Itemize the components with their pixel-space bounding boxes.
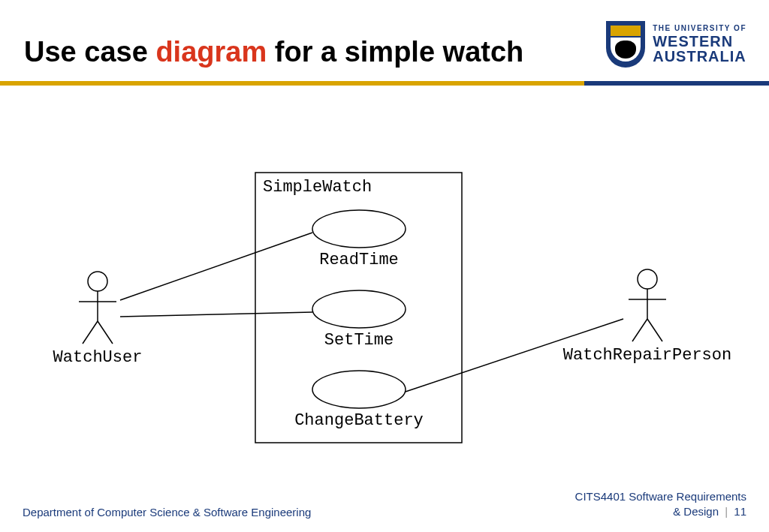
logo-text: THE UNIVERSITY OF WESTERN AUSTRALIA xyxy=(653,25,746,64)
footer-tail: & Design xyxy=(673,505,719,518)
divider-bar xyxy=(0,81,769,86)
actor-watchuser xyxy=(79,272,116,344)
system-label: SimpleWatch xyxy=(263,178,372,197)
svg-line-9 xyxy=(647,319,662,341)
footer-course-block: CITS4401 Software Requirements & Design … xyxy=(575,489,746,518)
footer: Department of Computer Science & Softwar… xyxy=(23,489,746,518)
svg-point-0 xyxy=(88,272,107,291)
actor-left-label: WatchUser xyxy=(53,348,143,367)
slide: Use case diagram for a simple watch THE … xyxy=(0,0,769,532)
assoc-user-readtime xyxy=(120,233,312,300)
uc1-label: ReadTime xyxy=(319,251,399,269)
logo-line2: WESTERN xyxy=(653,34,746,49)
uwa-logo: THE UNIVERSITY OF WESTERN AUSTRALIA xyxy=(606,21,746,68)
usecase-changebattery xyxy=(312,371,406,408)
actor-watchrepairperson xyxy=(629,269,666,341)
svg-line-4 xyxy=(98,321,113,344)
system-boundary xyxy=(255,173,462,443)
title-highlight: diagram xyxy=(155,36,267,68)
title-pre: Use case xyxy=(24,36,155,68)
footer-page-line: & Design | 11 xyxy=(575,504,746,519)
separator-icon: | xyxy=(725,505,728,518)
usecase-readtime xyxy=(312,210,406,248)
title-post: for a simple watch xyxy=(267,36,523,68)
logo-line1: THE UNIVERSITY OF xyxy=(653,25,746,32)
assoc-user-settime xyxy=(120,312,312,317)
usecase-settime xyxy=(312,290,406,328)
page-title: Use case diagram for a simple watch xyxy=(24,36,523,68)
usecase-diagram: SimpleWatch ReadTime SetTime ChangeBatte… xyxy=(0,113,769,465)
svg-line-8 xyxy=(632,319,647,341)
page-number: 11 xyxy=(734,505,746,518)
footer-department: Department of Computer Science & Softwar… xyxy=(23,506,311,518)
svg-point-5 xyxy=(638,269,657,289)
svg-line-3 xyxy=(83,321,98,344)
logo-line3: AUSTRALIA xyxy=(653,49,746,64)
uc3-label: ChangeBattery xyxy=(294,411,424,430)
uc2-label: SetTime xyxy=(324,331,394,350)
actor-right-label: WatchRepairPerson xyxy=(563,346,731,365)
crest-icon xyxy=(606,21,645,68)
footer-course: CITS4401 Software Requirements xyxy=(575,489,746,504)
